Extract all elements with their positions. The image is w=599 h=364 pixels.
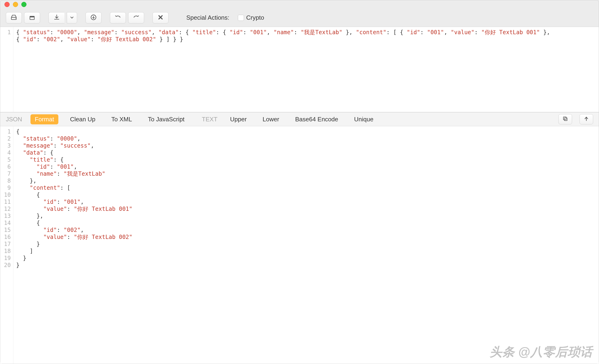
text-tab-lower[interactable]: Lower	[258, 114, 283, 124]
line-number: 8	[0, 177, 13, 184]
input-gutter: 1	[0, 27, 13, 112]
x-icon	[157, 14, 164, 22]
line-number: 2	[0, 135, 13, 142]
line-number: 15	[0, 226, 13, 234]
toolbar-group-history	[110, 12, 144, 23]
line-number: 11	[0, 198, 13, 205]
line-number: 3	[0, 142, 13, 149]
svg-point-1	[15, 18, 16, 18]
redo-button[interactable]	[128, 12, 144, 23]
eject-icon	[29, 14, 35, 22]
eject-button[interactable]	[24, 12, 40, 23]
line-number: 16	[0, 234, 13, 241]
arrow-up-icon	[583, 116, 589, 122]
app-window: Special Actions: Crypto 1 { "status": "0…	[0, 0, 599, 364]
line-number: 12	[0, 205, 13, 212]
send-up-button[interactable]	[580, 114, 593, 124]
toolbar-group-file	[6, 12, 40, 23]
text-tab-base64-encode[interactable]: Base64 Encode	[291, 114, 342, 124]
input-editor[interactable]: 1 { "status": "0000", "message": "succes…	[0, 27, 599, 112]
json-tab-to-xml[interactable]: To XML	[107, 114, 136, 124]
toolbar: Special Actions: Crypto	[0, 9, 599, 27]
disk-button[interactable]	[6, 12, 22, 23]
output-editor[interactable]: 1234567891011121314151617181920 { "statu…	[0, 126, 599, 364]
text-tab-unique[interactable]: Unique	[350, 114, 378, 124]
action-bar: JSON FormatClean UpTo XMLTo JavaScript T…	[0, 112, 599, 126]
copy-icon	[563, 116, 568, 122]
line-number: 18	[0, 248, 13, 255]
minimize-button[interactable]	[13, 2, 18, 7]
chevron-down-icon	[69, 14, 75, 22]
toolbar-group-circle	[86, 12, 101, 23]
output-gutter: 1234567891011121314151617181920	[0, 126, 13, 364]
undo-icon	[115, 14, 121, 22]
circle-down-button[interactable]	[86, 12, 101, 23]
download-button[interactable]	[49, 12, 64, 23]
line-number: 1	[0, 128, 13, 135]
line-number: 20	[0, 262, 13, 269]
output-code[interactable]: { "status": "0000", "message": "success"…	[13, 126, 599, 364]
line-number: 5	[0, 156, 13, 163]
line-number: 1	[0, 29, 13, 36]
svg-rect-3	[30, 16, 35, 17]
close-button[interactable]	[4, 2, 10, 7]
maximize-button[interactable]	[21, 2, 26, 7]
clear-button[interactable]	[153, 12, 168, 23]
input-code[interactable]: { "status": "0000", "message": "success"…	[13, 27, 599, 112]
line-number: 6	[0, 163, 13, 170]
json-group-label: JSON	[6, 116, 22, 123]
json-tab-clean-up[interactable]: Clean Up	[66, 114, 100, 124]
line-number: 9	[0, 184, 13, 191]
undo-button[interactable]	[110, 12, 126, 23]
text-tab-upper[interactable]: Upper	[226, 114, 251, 124]
hdd-icon	[10, 14, 17, 22]
line-number: 13	[0, 212, 13, 219]
line-number: 19	[0, 255, 13, 262]
crypto-checkbox-wrap[interactable]: Crypto	[238, 14, 264, 21]
titlebar	[0, 0, 599, 9]
crypto-checkbox[interactable]	[238, 15, 244, 21]
redo-icon	[133, 14, 140, 22]
line-number: 14	[0, 219, 13, 226]
copy-button[interactable]	[558, 114, 572, 124]
line-number: 4	[0, 149, 13, 156]
download-icon	[53, 14, 60, 22]
svg-rect-6	[563, 117, 566, 120]
watermark: 头条 @八零后琐话	[490, 344, 592, 360]
line-number: 10	[0, 191, 13, 198]
line-number: 7	[0, 170, 13, 177]
crypto-label: Crypto	[246, 14, 264, 21]
svg-rect-5	[564, 118, 567, 121]
download-dropdown-button[interactable]	[67, 12, 77, 23]
json-tab-format[interactable]: Format	[30, 114, 58, 124]
text-group-label: TEXT	[202, 116, 217, 123]
toolbar-group-download	[49, 12, 77, 23]
toolbar-group-clear	[153, 12, 168, 23]
circle-down-icon	[90, 14, 97, 22]
special-actions-label: Special Actions:	[186, 14, 229, 21]
line-number: 17	[0, 241, 13, 248]
json-tab-to-javascript[interactable]: To JavaScript	[144, 114, 189, 124]
